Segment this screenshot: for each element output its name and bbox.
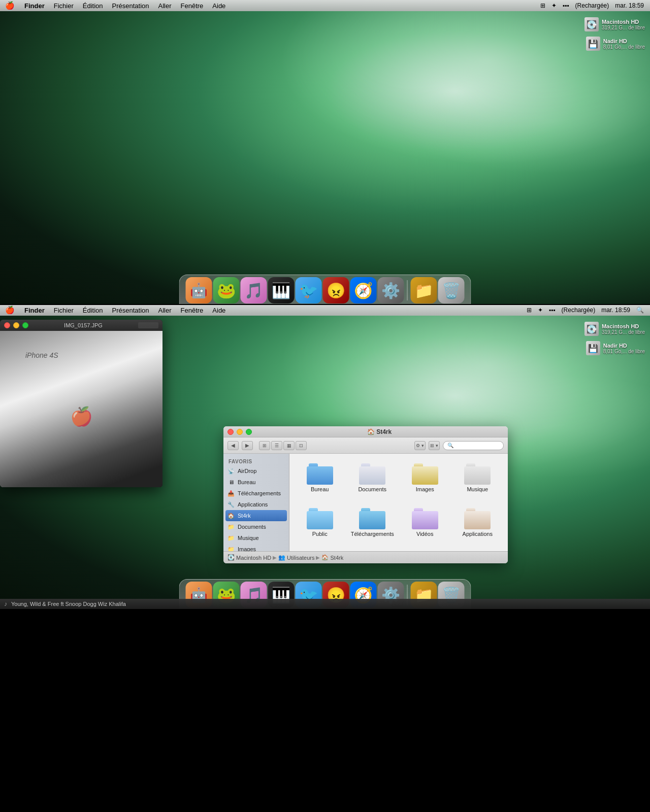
menubar-aller[interactable]: Aller [154,0,176,11]
maximize-button[interactable] [22,322,28,328]
breadcrumb-macintosh[interactable]: Macintosh HD [236,555,271,561]
dock-separator [407,280,408,300]
menubar-finder[interactable]: Finder [20,0,49,11]
nadir-disk-name-bottom: Nadir HD [603,343,645,349]
dock-icon-angry[interactable]: 😠 [323,277,349,303]
arrange-dropdown[interactable]: ⊞ ▾ [429,441,440,450]
dl-label: Téléchargements [238,490,281,496]
apple-menu[interactable]: 🍎 [0,0,20,11]
folder-videos[interactable]: Vidéos [400,503,450,546]
folder-bureau[interactable]: Bureau [295,459,345,501]
menubar-fichier[interactable]: Fichier [49,0,78,11]
signal-icon-bottom: ▪▪▪ [547,307,558,314]
disk-image-nadir-bottom: 💾 [586,341,600,355]
battery-bottom: (Rechargée) [560,307,598,314]
finder-title: 🏠 St4rk [255,428,504,435]
bureau-folder-icon [307,463,333,485]
menubar-aide-bottom[interactable]: Aide [208,304,230,316]
dock-icon-stack[interactable]: 📁 [411,277,437,303]
menubar-aller-bottom[interactable]: Aller [154,304,176,316]
search-box[interactable]: 🔍 [443,441,504,450]
minimize-button[interactable] [13,322,19,328]
wifi-icon[interactable]: ⊞ [538,2,547,9]
menubar-fenetre-bottom[interactable]: Fenêtre [176,304,208,316]
column-view-button[interactable]: ▦ [283,441,295,450]
folder-documents[interactable]: Documents [347,459,398,501]
dock-icon-itunes[interactable]: 🎵 [241,277,267,303]
disk-image-nadir: 💾 [586,37,600,51]
images-folder-icon [412,463,438,485]
menubar-edition[interactable]: Édition [78,0,108,11]
bluetooth-icon[interactable]: ✦ [549,2,559,9]
menubar-aide[interactable]: Aide [208,0,230,11]
folder-applications[interactable]: Applications [452,503,503,546]
back-button[interactable]: ◀ [228,441,239,450]
macintosh-hd-icon[interactable]: 💽 Macintosh HD 319,21 G... de libre [582,16,647,32]
dl-folder-label: Téléchargements [351,531,394,537]
dock-icon-frog[interactable]: 🐸 [213,277,240,303]
bluetooth-icon-bottom[interactable]: ✦ [536,307,545,314]
macintosh-hd-icon-bottom[interactable]: 💽 Macintosh HD 319,21 G... de libre [582,321,647,337]
menubar-edition-bottom[interactable]: Édition [78,304,108,316]
airdrop-label: AirDrop [238,468,256,474]
icon-view-button[interactable]: ⊞ [259,441,270,450]
menubar-finder-bottom[interactable]: Finder [20,304,49,316]
dock-icon-twitter[interactable]: 🐦 [296,277,322,303]
apps-label: Applications [238,501,268,507]
menubar-fichier-bottom[interactable]: Fichier [49,304,78,316]
disk-image: 💽 [584,17,599,31]
finder-close-button[interactable] [228,429,234,435]
dock-icon-safari[interactable]: 🧭 [350,277,377,303]
sidebar-item-bureau[interactable]: 🖥 Bureau [223,477,289,488]
folder-public[interactable]: Public [295,503,345,546]
view-buttons: ⊞ ☰ ▦ ⊡ [259,441,307,450]
menubar-fenetre[interactable]: Fenêtre [176,0,208,11]
photo-zoom-handle[interactable] [138,322,158,328]
sidebar-item-airdrop[interactable]: 📡 AirDrop [223,465,289,477]
disk-name: Macintosh HD [602,19,645,25]
music-bar: ♪ Young, Wild & Free ft Snoop Dogg Wiz K… [0,599,650,609]
menubar-right-top: ⊞ ✦ ▪▪▪ (Rechargée) mar. 18:59 [538,2,650,9]
sidebar-item-st4rk[interactable]: 🏠 St4rk [225,510,287,521]
st4rk-icon: 🏠 [228,512,235,519]
apple-logo-render: 🍎 [70,406,93,427]
documents-folder-icon [359,463,385,485]
nadir-hd-icon-bottom[interactable]: 💾 Nadir HD 8,01 Go,... de libre [584,340,647,356]
images-sidebar-icon: 📁 [228,546,235,551]
list-view-button[interactable]: ☰ [271,441,282,450]
breadcrumb-st4rk[interactable]: St4rk [330,555,343,561]
close-button[interactable] [4,322,10,328]
finder-maximize-button[interactable] [246,429,252,435]
search-icon: 🔍 [447,443,453,448]
finder-minimize-button[interactable] [237,429,243,435]
folder-telechargements[interactable]: Téléchargements [347,503,398,546]
dock-icon-trash[interactable]: 🗑️ [438,277,465,303]
sidebar-item-telechargements[interactable]: 📥 Téléchargements [223,488,289,499]
disk-sub: 319,21 G... de libre [602,25,645,30]
images-folder-label: Images [416,486,434,492]
menubar-presentation-bottom[interactable]: Présentation [108,304,154,316]
folder-musique[interactable]: Musique [452,459,503,501]
menubar-presentation[interactable]: Présentation [108,0,154,11]
nadir-hd-icon[interactable]: 💾 Nadir HD 8,01 Go,... de libre [584,36,647,52]
menubar-right-bottom: ⊞ ✦ ▪▪▪ (Rechargée) mar. 18:59 🔍 [525,307,650,314]
iphone-image: iPhone 4S 🍎 [0,331,162,487]
dock-icon-finder[interactable]: 🤖 [186,277,212,303]
signal-icon: ▪▪▪ [561,2,571,9]
forward-button[interactable]: ▶ [242,441,253,450]
breadcrumb-utilisateurs[interactable]: Utilisateurs [287,555,314,561]
dock-icon-piano[interactable]: 🎹 [268,277,295,303]
spotlight-icon[interactable]: 🔍 [634,307,646,314]
sidebar-item-images[interactable]: 📁 Images [223,544,289,551]
wifi-icon-bottom[interactable]: ⊞ [525,307,534,314]
sidebar-item-musique[interactable]: 📁 Musique [223,532,289,544]
dock-top: 🤖 🐸 🎵 🎹 🐦 😠 🧭 ⚙️ 📁 🗑️ [179,275,471,304]
action-dropdown[interactable]: ⚙ ▾ [414,441,426,450]
folder-images[interactable]: Images [400,459,450,501]
sidebar-item-applications[interactable]: 🔧 Applications [223,499,289,510]
dock-icon-generic[interactable]: ⚙️ [378,277,404,303]
public-folder-label: Public [312,531,328,537]
sidebar-item-documents[interactable]: 📁 Documents [223,521,289,532]
coverflow-button[interactable]: ⊡ [296,441,307,450]
apple-menu-bottom[interactable]: 🍎 [0,304,20,316]
